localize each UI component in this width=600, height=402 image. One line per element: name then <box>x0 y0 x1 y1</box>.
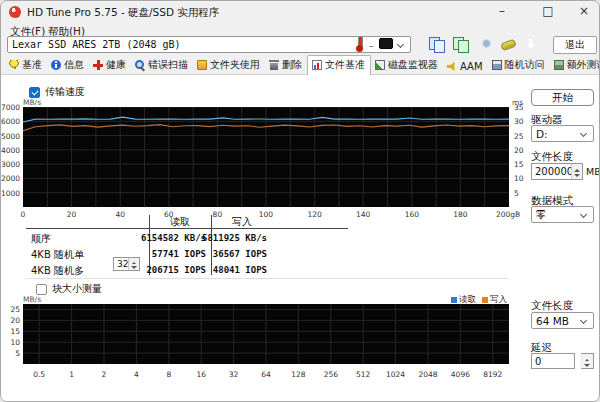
y-axis-tick: 25 <box>1 305 20 314</box>
errorscan-icon <box>135 60 145 70</box>
y-axis-tick: 15 <box>1 327 20 336</box>
drive-selector[interactable]: Lexar SSD ARES 2TB (2048 gB) <box>7 36 411 53</box>
y-axis-tick: 2000 <box>1 174 20 183</box>
app-icon <box>9 6 21 18</box>
tab-label: 基准 <box>22 58 42 72</box>
aam-icon <box>447 62 457 72</box>
tab-diskmonitor[interactable]: 磁盘监视器 <box>371 56 443 74</box>
stepper-up-icon[interactable] <box>572 164 582 172</box>
data-pattern-value: 零 <box>536 208 547 222</box>
close-button[interactable]: × <box>567 1 600 22</box>
stepper-down-icon[interactable] <box>572 172 582 180</box>
stepper-down-icon[interactable] <box>580 361 593 368</box>
y2-axis-tick: 30 <box>514 117 532 126</box>
delay-stepper[interactable] <box>581 353 594 369</box>
y-axis-tick: 7000 <box>1 103 20 112</box>
tab-label: 错误扫描 <box>148 58 188 72</box>
chevron-down-icon <box>397 41 404 48</box>
stepper-arrows[interactable] <box>580 354 593 368</box>
window-title: HD Tune Pro 5.75 - 硬盘/SSD 实用程序 <box>27 6 219 20</box>
results-table: 读取 写入 32 顺序6154582 KB/s5811925 KB/s4KB 随… <box>26 215 348 279</box>
tab-health[interactable]: 健康 <box>89 56 131 74</box>
title-bar: HD Tune Pro 5.75 - 硬盘/SSD 实用程序 – □ × <box>1 1 599 23</box>
x-axis-tick: 2048 <box>413 370 443 379</box>
y-axis-tick: 6000 <box>1 117 20 126</box>
block-size-checkbox[interactable] <box>36 284 47 295</box>
tab-filebenchmark[interactable]: 文件基准 <box>307 55 371 75</box>
transfer-speed-chart <box>23 107 509 207</box>
exit-button[interactable]: 退出 <box>553 36 597 54</box>
save-icon[interactable] <box>500 38 517 51</box>
x-axis-tick: 200gB <box>496 210 526 219</box>
block-file-length-label: 文件长度 <box>531 299 573 313</box>
tab-erase[interactable]: 删除 <box>265 56 307 74</box>
extratests-icon <box>554 60 564 70</box>
delay-value: 0 <box>535 356 541 367</box>
tab-bar: 基准信息健康错误扫描文件夹使用删除文件基准磁盘监视器AAM随机访问额外测试 <box>1 57 599 75</box>
y2-axis-tick: 20 <box>514 146 532 155</box>
file-length-unit: MB <box>586 166 600 177</box>
x-axis-tick: 4096 <box>445 370 475 379</box>
file-length-label: 文件长度 <box>531 150 573 164</box>
tab-folderusage[interactable]: 文件夹使用 <box>193 56 265 74</box>
x-axis-tick: 64 <box>251 370 281 379</box>
x-axis-tick: 160 <box>397 210 427 219</box>
tab-aam[interactable]: AAM <box>443 59 488 74</box>
tab-label: 额外测试 <box>567 58 600 72</box>
block-file-length-dropdown[interactable]: 64 MB <box>531 312 594 329</box>
tab-errorscan[interactable]: 错误扫描 <box>131 56 193 74</box>
y-axis-tick: 3000 <box>1 160 20 169</box>
x-axis-tick: 0.5 <box>24 370 54 379</box>
y2-axis-tick: 25 <box>514 132 532 141</box>
tab-label: 删除 <box>282 58 302 72</box>
randomaccess-icon <box>492 60 502 70</box>
start-button[interactable]: 开始 <box>531 89 594 106</box>
x-axis-tick: 8192 <box>478 370 508 379</box>
drive-dropdown[interactable]: D: <box>531 125 594 142</box>
copy-icon[interactable] <box>429 37 444 52</box>
x-axis-tick: 4 <box>121 370 151 379</box>
stepper-up-icon[interactable] <box>580 354 593 361</box>
thermometer-icon <box>355 36 363 52</box>
health-icon <box>93 60 103 70</box>
section-divider <box>26 278 509 279</box>
transfer-speed-label: 传输速度 <box>45 85 85 99</box>
filebenchmark-icon <box>312 60 322 70</box>
tab-label: AAM <box>460 61 483 72</box>
x-axis-tick: 180 <box>445 210 475 219</box>
tab-benchmark[interactable]: 基准 <box>5 56 47 74</box>
copy-results-icon[interactable] <box>453 37 468 52</box>
write-legend-swatch <box>482 297 488 303</box>
read-legend-swatch <box>451 297 457 303</box>
transfer-speed-checkbox[interactable] <box>29 87 40 98</box>
toolbar: Lexar SSD ARES 2TB (2048 gB) – 退出 <box>1 38 599 57</box>
tab-info[interactable]: 信息 <box>47 56 89 74</box>
x-axis-tick: 128 <box>283 370 313 379</box>
y2-axis-unit-label: ms <box>512 98 523 107</box>
info-icon <box>51 60 61 70</box>
tab-randomaccess[interactable]: 随机访问 <box>488 56 550 74</box>
x-axis-tick: 1024 <box>381 370 411 379</box>
y-axis-tick: 5 <box>1 349 20 358</box>
x-axis-tick: 32 <box>219 370 249 379</box>
y2-axis-tick: 10 <box>514 174 532 183</box>
y-axis-tick: 5000 <box>1 132 20 141</box>
y-axis-tick: 20 <box>1 316 20 325</box>
x-axis-tick: 2 <box>89 370 119 379</box>
drive-selector-value: Lexar SSD ARES 2TB (2048 gB) <box>12 39 181 50</box>
stepper-arrows[interactable] <box>571 164 582 179</box>
tab-extratests[interactable]: 额外测试 <box>550 56 600 74</box>
y-axis-unit-label2: MB/s <box>23 295 41 304</box>
minimize-button[interactable]: – <box>485 1 519 22</box>
data-pattern-dropdown[interactable]: 零 <box>531 206 594 223</box>
maximize-button[interactable]: □ <box>531 1 565 22</box>
block-size-label: 块大小测量 <box>52 282 102 296</box>
delay-input[interactable]: 0 <box>531 353 575 369</box>
temperature-dash: – <box>369 41 374 51</box>
drive-dropdown-value: D: <box>536 128 548 140</box>
y-axis-tick: 4000 <box>1 146 20 155</box>
file-length-stepper[interactable]: 200000 <box>531 163 583 180</box>
tab-label: 磁盘监视器 <box>388 58 438 72</box>
transfer-speed-checkbox-row: 传输速度 <box>29 85 85 99</box>
tab-label: 随机访问 <box>505 58 545 72</box>
